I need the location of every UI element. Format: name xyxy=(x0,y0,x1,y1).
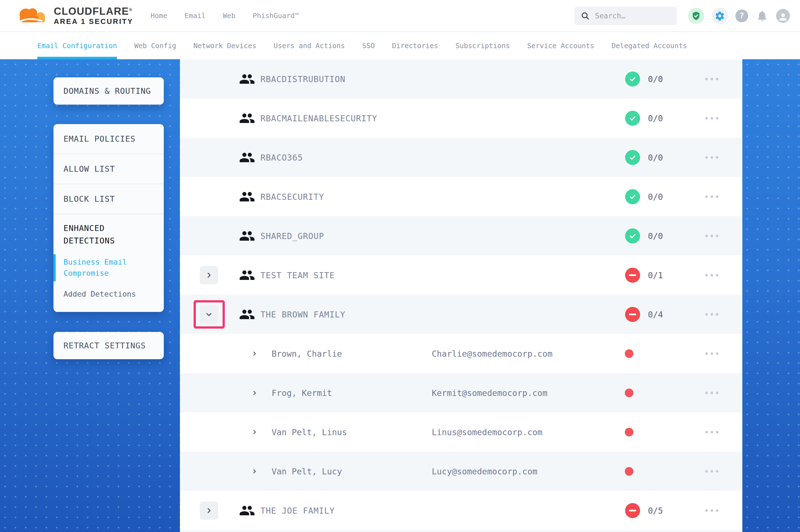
row-actions-button[interactable] xyxy=(705,156,719,158)
chevron-icon xyxy=(205,271,213,279)
top-header: CLOUDFLARE® AREA 1 SECURITY Home Email W… xyxy=(0,0,800,32)
tab-directories[interactable]: Directories xyxy=(392,32,438,59)
table-row: THE BROWN FAMILY 0/4 xyxy=(180,294,742,334)
sidebar-item-business-email-compromise[interactable]: Business Email Compromise xyxy=(63,256,154,279)
sidebar-item-added-detections[interactable]: Added Detections xyxy=(63,288,154,300)
expand-toggle-button[interactable] xyxy=(200,266,218,284)
table-row: RBACSECURITY 0/0 xyxy=(180,177,742,216)
sidebar-card-domains-routing: DOMAINS & ROUTING xyxy=(54,77,164,104)
expander-area xyxy=(194,261,225,289)
table-row: SHARED_GROUP 0/0 xyxy=(180,216,742,255)
row-email: Lucy@somedemocorp.com xyxy=(432,466,537,476)
row-name: THE JOE FAMILY xyxy=(260,506,335,515)
search-input[interactable] xyxy=(595,12,671,20)
logo-subtitle: AREA 1 SECURITY xyxy=(54,18,133,26)
row-actions-button[interactable] xyxy=(705,509,719,512)
settings-gear-icon[interactable] xyxy=(712,8,728,24)
expand-toggle-button[interactable] xyxy=(200,305,218,324)
tab-subscriptions[interactable]: Subscriptions xyxy=(455,32,510,59)
status-ok-badge xyxy=(625,189,640,204)
tab-users-and-actions[interactable]: Users and Actions xyxy=(274,32,345,59)
group-people-icon xyxy=(239,267,255,283)
expander-area xyxy=(194,300,225,329)
group-people-icon xyxy=(239,189,255,205)
row-actions-button[interactable] xyxy=(705,78,719,80)
status-count: 0/0 xyxy=(648,231,663,241)
check-icon xyxy=(629,192,637,201)
sidebar-item-allow-list[interactable]: ALLOW LIST xyxy=(54,154,164,184)
row-actions-button[interactable] xyxy=(705,352,719,355)
row-actions-button[interactable] xyxy=(705,234,719,237)
row-actions-button[interactable] xyxy=(705,274,719,276)
row-name: Van Pelt, Lucy xyxy=(272,466,342,476)
header-icons: ? xyxy=(688,8,790,24)
table-row: Van Pelt, Lucy Lucy@somedemocorp.com xyxy=(180,452,742,491)
status-count: 0/5 xyxy=(648,506,663,515)
group-people-icon xyxy=(239,502,255,519)
help-icon[interactable]: ? xyxy=(735,10,748,22)
logo-text: CLOUDFLARE® AREA 1 SECURITY xyxy=(54,5,133,25)
enhanced-detections-title[interactable]: ENHANCED DETECTIONS xyxy=(63,222,136,247)
sidebar-item-domains-routing[interactable]: DOMAINS & ROUTING xyxy=(54,77,164,104)
nav-item-home[interactable]: Home xyxy=(151,12,167,20)
cloudflare-logo[interactable]: CLOUDFLARE® AREA 1 SECURITY xyxy=(15,5,133,26)
group-people-icon xyxy=(239,149,255,166)
member-chevron-right-icon xyxy=(251,429,258,435)
search-icon xyxy=(581,11,590,21)
tab-delegated-accounts[interactable]: Delegated Accounts xyxy=(612,32,687,59)
table-row: Van Pelt, Linus Linus@somedemocorp.com xyxy=(180,412,742,452)
nav-item-phishguard[interactable]: PhishGuard™ xyxy=(253,12,299,20)
check-icon xyxy=(629,153,637,162)
status-dot xyxy=(625,388,633,397)
sidebar-item-email-policies[interactable]: EMAIL POLICIES xyxy=(54,124,164,154)
status-count: 0/0 xyxy=(648,192,663,202)
chevron-icon xyxy=(205,507,213,514)
row-name: RBACSECURITY xyxy=(260,192,324,202)
status-ok-badge xyxy=(625,228,640,244)
group-people-icon xyxy=(239,306,255,322)
minus-icon xyxy=(629,510,636,511)
row-actions-button[interactable] xyxy=(705,117,719,119)
check-icon xyxy=(629,232,637,240)
status-ok-badge xyxy=(625,111,640,126)
tab-web-config[interactable]: Web Config xyxy=(134,32,176,59)
status-count: 0/0 xyxy=(648,152,663,162)
content-area: DOMAINS & ROUTING EMAIL POLICIES ALLOW L… xyxy=(0,59,800,532)
security-shield-icon[interactable] xyxy=(688,8,704,24)
primary-nav: Home Email Web PhishGuard™ xyxy=(151,12,299,20)
minus-icon xyxy=(629,274,636,276)
table-row: TEST TEAM SITE 0/1 xyxy=(180,255,742,294)
expand-toggle-button[interactable] xyxy=(200,501,218,520)
row-actions-button[interactable] xyxy=(705,470,719,473)
row-email: Charlie@somedemocorp.com xyxy=(432,349,552,358)
tab-network-devices[interactable]: Network Devices xyxy=(194,32,257,59)
tab-email-configuration[interactable]: Email Configuration xyxy=(37,32,117,59)
status-blocked-badge xyxy=(625,307,640,322)
search-box[interactable] xyxy=(575,7,677,25)
user-avatar-icon[interactable] xyxy=(776,9,790,23)
row-actions-button[interactable] xyxy=(705,431,719,433)
nav-item-email[interactable]: Email xyxy=(185,12,205,20)
row-actions-button[interactable] xyxy=(705,313,719,316)
row-name: Van Pelt, Linus xyxy=(272,427,347,437)
table-row: THE JOE FAMILY 0/5 xyxy=(180,491,742,530)
sidebar: DOMAINS & ROUTING EMAIL POLICIES ALLOW L… xyxy=(54,77,164,359)
group-people-icon xyxy=(239,71,255,87)
logo-title: CLOUDFLARE® xyxy=(54,5,133,18)
group-people-icon xyxy=(239,228,255,244)
sidebar-item-block-list[interactable]: BLOCK LIST xyxy=(54,184,164,214)
notifications-bell-icon[interactable] xyxy=(756,10,768,22)
table-row: Frog, Kermit Kermit@somedemocorp.com xyxy=(180,373,742,412)
table-row: RBACO365 0/0 xyxy=(180,138,742,177)
row-name: RBACMAILENABLESECURITY xyxy=(260,113,377,123)
status-count: 0/1 xyxy=(648,270,663,280)
nav-item-web[interactable]: Web xyxy=(223,12,235,20)
tab-service-accounts[interactable]: Service Accounts xyxy=(527,32,595,59)
row-actions-button[interactable] xyxy=(705,392,719,394)
status-count: 0/0 xyxy=(648,113,663,123)
tab-sso[interactable]: SSO xyxy=(362,32,375,59)
row-actions-button[interactable] xyxy=(705,195,719,198)
cloudflare-cloud-icon xyxy=(15,5,48,26)
table-row: RBACDISTRUBUTION 0/0 xyxy=(180,59,742,98)
sidebar-item-retract-settings[interactable]: RETRACT SETTINGS xyxy=(54,332,164,359)
